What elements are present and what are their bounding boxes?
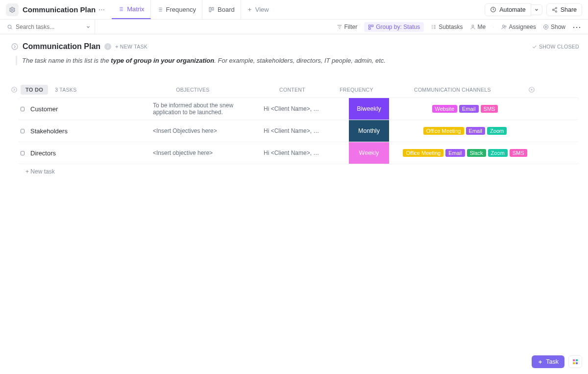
create-task-fab-label: Task — [546, 358, 559, 365]
svg-rect-2 — [212, 7, 214, 10]
group-header: TO DO 3 TASKS OBJECTIVES CONTENT FREQUEN… — [11, 85, 579, 95]
task-name[interactable]: Directors — [27, 142, 150, 164]
task-channels[interactable]: Office MeetingEmailSlackZoomSMS — [389, 142, 541, 164]
show-closed-button[interactable]: SHOW CLOSED — [532, 44, 579, 50]
channel-tag[interactable]: Zoom — [488, 149, 508, 157]
search-input[interactable] — [16, 24, 70, 30]
col-channels[interactable]: COMMUNICATION CHANNELS — [376, 87, 528, 93]
svg-point-17 — [12, 87, 17, 93]
task-name[interactable]: Stakeholders — [27, 120, 150, 142]
group-collapse-icon[interactable] — [11, 86, 18, 93]
channel-tag[interactable]: Office Meeting — [403, 149, 443, 157]
svg-point-16 — [12, 44, 18, 50]
task-name[interactable]: Customer — [27, 98, 150, 120]
apps-fab[interactable] — [568, 355, 582, 368]
svg-point-11 — [472, 25, 474, 27]
show-closed-label: SHOW CLOSED — [539, 44, 579, 50]
col-objectives[interactable]: OBJECTIVES — [137, 87, 248, 93]
toolbar-divider: · — [492, 24, 494, 30]
svg-point-14 — [543, 25, 548, 29]
channel-tag[interactable]: Zoom — [487, 127, 507, 135]
task-frequency[interactable]: Biweekly — [349, 98, 389, 120]
task-objectives[interactable]: To be informed about the snew applicatio… — [150, 98, 261, 120]
filter-button[interactable]: Filter — [337, 24, 358, 30]
search-dropdown-icon[interactable] — [86, 25, 91, 29]
collapse-list-icon[interactable] — [11, 43, 19, 50]
task-status-square[interactable] — [18, 142, 27, 164]
column-headers: OBJECTIVES CONTENT FREQUENCY COMMUNICATI… — [137, 86, 538, 93]
automate-dropdown-icon[interactable] — [531, 4, 542, 15]
task-channels[interactable]: WebsiteEmailSMS — [389, 98, 541, 120]
view-tab-frequency[interactable]: Frequency — [151, 0, 202, 19]
task-content[interactable]: Hi <Client Name>, … — [261, 142, 349, 164]
toolbar: Filter Group by: Status Subtasks Me · As… — [0, 20, 588, 34]
task-status-square[interactable] — [18, 120, 27, 142]
task-objectives[interactable]: <Insert Objectives here> — [150, 120, 261, 142]
task-frequency[interactable]: Monthly — [349, 120, 389, 142]
list-description[interactable]: The task name in this list is the type o… — [16, 56, 579, 65]
create-task-fab[interactable]: Task — [532, 355, 564, 368]
channel-tag[interactable]: Slack — [467, 149, 486, 157]
new-task-row-button[interactable]: + New task — [25, 168, 579, 175]
subtasks-button[interactable]: Subtasks — [431, 24, 463, 30]
task-objectives[interactable]: <Insert objective here> — [150, 142, 261, 164]
automate-icon — [490, 6, 496, 13]
svg-rect-9 — [371, 25, 373, 27]
view-tab-label: Frequency — [166, 6, 196, 13]
task-row[interactable]: Stakeholders<Insert Objectives here>Hi <… — [18, 120, 579, 142]
share-icon — [552, 7, 558, 13]
status-chip[interactable]: TO DO — [21, 85, 48, 95]
task-content[interactable]: Hi <Client Name>, … — [261, 98, 349, 120]
svg-point-7 — [8, 25, 11, 28]
search-box[interactable] — [7, 20, 95, 34]
svg-point-13 — [505, 25, 506, 27]
list-settings-icon[interactable] — [6, 3, 19, 16]
list-desc-suffix: . For example, stakeholders, directors, … — [214, 57, 386, 64]
task-channels[interactable]: Office MeetingEmailZoom — [389, 120, 541, 142]
top-bar: Communication Plan ⋯ MatrixFrequencyBoar… — [0, 0, 588, 20]
automate-button[interactable]: Automate — [485, 3, 531, 16]
view-tab-label: Board — [218, 6, 235, 13]
share-button[interactable]: Share — [546, 3, 582, 16]
col-frequency[interactable]: FREQUENCY — [336, 87, 376, 93]
add-column-icon[interactable] — [528, 86, 538, 93]
show-button[interactable]: Show — [543, 24, 565, 30]
me-button[interactable]: Me — [470, 24, 486, 30]
task-row[interactable]: Directors<Insert objective here>Hi <Clie… — [18, 142, 579, 164]
channel-tag[interactable]: SMS — [510, 149, 527, 157]
svg-point-15 — [545, 26, 546, 27]
svg-rect-1 — [209, 7, 211, 12]
task-row[interactable]: CustomerTo be informed about the snew ap… — [18, 98, 579, 120]
list-view-icon — [118, 6, 124, 12]
info-icon[interactable]: i — [104, 43, 111, 50]
channel-tag[interactable]: Email — [459, 105, 479, 113]
task-frequency[interactable]: Weekly — [349, 142, 389, 164]
floating-buttons: Task — [532, 355, 582, 368]
subtasks-label: Subtasks — [439, 24, 463, 30]
new-task-inline-button[interactable]: + NEW TASK — [115, 44, 147, 50]
group-by-button[interactable]: Group by: Status — [364, 22, 424, 32]
channel-tag[interactable]: SMS — [481, 105, 498, 113]
list-title[interactable]: Communication Plan — [23, 42, 100, 51]
task-count: 3 TASKS — [55, 87, 76, 93]
channel-tag[interactable]: Website — [432, 105, 458, 113]
view-tab-matrix[interactable]: Matrix — [112, 0, 150, 19]
channel-tag[interactable]: Office Meeting — [423, 127, 464, 135]
add-view-button[interactable]: View — [241, 0, 275, 19]
task-status-square[interactable] — [18, 98, 27, 120]
page-title[interactable]: Communication Plan — [23, 5, 96, 14]
page-title-more-icon[interactable]: ⋯ — [98, 6, 105, 13]
toolbar-more-icon[interactable]: ⋯ — [572, 23, 581, 31]
channel-tag[interactable]: Email — [445, 149, 465, 157]
view-tabs: MatrixFrequencyBoardView — [112, 0, 274, 19]
col-content[interactable]: CONTENT — [248, 87, 336, 93]
assignees-button[interactable]: Assignees — [501, 24, 536, 30]
task-content[interactable]: Hi <Client Name>, … — [261, 120, 349, 142]
filter-label: Filter — [344, 24, 358, 30]
svg-rect-8 — [369, 25, 371, 27]
svg-point-5 — [552, 9, 554, 10]
list-desc-bold: type of group in your organization — [111, 57, 214, 64]
view-tab-board[interactable]: Board — [202, 0, 241, 19]
svg-point-6 — [555, 11, 557, 12]
channel-tag[interactable]: Email — [466, 127, 486, 135]
